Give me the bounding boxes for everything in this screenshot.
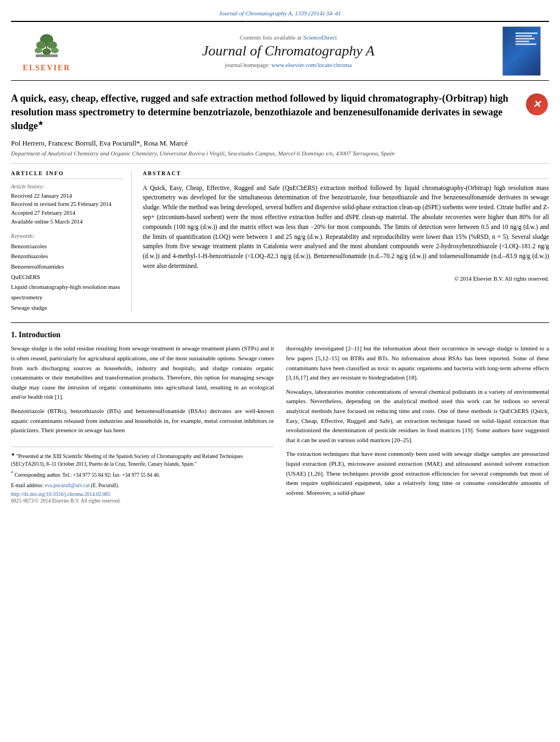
article-info-heading: Article Info (11, 170, 123, 179)
cover-decorations (516, 32, 537, 45)
authors: Pol Herrero, Francesc Borrull, Eva Pocur… (11, 139, 516, 148)
keyword-4: QuEChERS (11, 272, 123, 282)
elsevier-logo-area: ELSEVIER (11, 30, 82, 72)
cover-line-1 (516, 32, 537, 34)
keyword-2: Benzothiazoles (11, 251, 123, 261)
svg-point-3 (36, 41, 46, 49)
elsevier-tree-icon (30, 30, 63, 63)
keyword-1: Benzotriazoles (11, 241, 123, 252)
abstract-heading: Abstract (143, 170, 549, 179)
intro-col-right: thoroughly investigated [2–11] but the i… (286, 344, 549, 504)
keyword-3: Benzenesulfonamides (11, 261, 123, 272)
history-item-2: Received in revised form 25 February 201… (11, 200, 123, 209)
cover-line-4 (516, 41, 529, 42)
journal-cover-image (502, 26, 541, 76)
cover-line-3 (516, 38, 535, 40)
journal-title: Journal of Chromatography A (88, 43, 489, 59)
footer-issn: 0021-9673/© 2014 Elsevier B.V. All right… (11, 498, 274, 504)
section-divider (11, 322, 549, 323)
intro-para-2: Benzotriazole (BTRs), benzothiazole (BTs… (11, 406, 274, 436)
footer-note-1: ★ "Presented at the XIII Scientific Meet… (11, 451, 274, 468)
footer-note-2: * Corresponding author. Tel.: +34 977 55… (11, 470, 274, 479)
cover-line-5 (516, 43, 536, 45)
sciencedirect-link[interactable]: ScienceDirect (303, 34, 337, 41)
keyword-5: Liquid chromatography-high resolution ma… (11, 282, 123, 302)
abstract-column: Abstract A Quick, Easy, Cheap, Effective… (143, 170, 549, 313)
journal-header: ELSEVIER Contents lists available at Sci… (11, 21, 549, 81)
history-item-1: Received 22 January 2014 (11, 192, 123, 200)
copyright-line: © 2014 Elsevier B.V. All rights reserved… (143, 276, 549, 282)
article-title: A quick, easy, cheap, effective, rugged … (11, 92, 516, 133)
intro-heading: 1. Introduction (11, 331, 549, 339)
footnote-star-1: ★ (11, 452, 15, 457)
keyword-6: Sewage sludge (11, 303, 123, 313)
article-content: A quick, easy, cheap, effective, rugged … (11, 81, 549, 504)
abstract-section: Abstract A Quick, Easy, Cheap, Effective… (143, 170, 549, 282)
svg-point-5 (35, 48, 42, 53)
article-title-section: A quick, easy, cheap, effective, rugged … (11, 92, 549, 164)
article-title-text: A quick, easy, cheap, effective, rugged … (11, 92, 516, 157)
svg-point-4 (47, 41, 57, 49)
journal-cover-area (494, 26, 549, 76)
intro-body: Sewage sludge is the solid residue resul… (11, 344, 549, 504)
svg-point-7 (42, 48, 51, 55)
homepage-link[interactable]: www.elsevier.com/locate/chroma (271, 62, 352, 68)
intro-para-4: Nowadays, laboratories monitor concentra… (286, 387, 549, 445)
history-item-4: Available online 5 March 2014 (11, 217, 123, 226)
footnote-star-2: * (11, 471, 13, 476)
abstract-text: A Quick, Easy, Cheap, Effective, Rugged … (143, 183, 549, 271)
homepage-line: journal homepage: www.elsevier.com/locat… (88, 62, 489, 68)
affiliation: Department of Analytical Chemistry and O… (11, 150, 516, 157)
intro-para-1: Sewage sludge is the solid residue resul… (11, 344, 274, 402)
doi-link[interactable]: http://dx.doi.org/10.1016/j.chroma.2014.… (11, 492, 110, 497)
history-item-3: Accepted 27 February 2014 (11, 209, 123, 217)
keywords-section: Keywords: Benzotriazoles Benzothiazoles … (11, 233, 123, 313)
svg-point-6 (51, 48, 59, 53)
footer-notes: ★ "Presented at the XIII Scientific Meet… (11, 447, 274, 504)
intro-col-left: Sewage sludge is the solid residue resul… (11, 344, 274, 504)
journal-reference: Journal of Chromatography A, 1339 (2014)… (11, 10, 549, 16)
keywords-label: Keywords: (11, 233, 123, 239)
contents-line: Contents lists available at ScienceDirec… (88, 34, 489, 41)
journal-header-center: Contents lists available at ScienceDirec… (82, 34, 494, 68)
footer-email: E-mail address: eva.pocurull@urv.cat (E.… (11, 482, 274, 489)
article-info-abstract: Article Info Article history: Received 2… (11, 170, 549, 313)
article-info: Article Info Article history: Received 2… (11, 170, 132, 313)
footer-email-link[interactable]: eva.pocurull@urv.cat (45, 483, 89, 488)
elsevier-logo: ELSEVIER (23, 30, 71, 72)
footer-doi: http://dx.doi.org/10.1016/j.chroma.2014.… (11, 492, 274, 497)
article-info-column: Article Info Article history: Received 2… (11, 170, 132, 313)
crossmark-badge: ✕ (524, 92, 549, 116)
intro-para-3: thoroughly investigated [2–11] but the i… (286, 344, 549, 382)
article-history: Article history: Received 22 January 201… (11, 183, 123, 226)
history-label: Article history: (11, 183, 123, 189)
elsevier-brand: ELSEVIER (23, 64, 71, 72)
crossmark-icon: ✕ (526, 93, 548, 115)
intro-para-5: The extraction techniques that have most… (286, 449, 549, 498)
cover-line-2 (516, 35, 532, 37)
